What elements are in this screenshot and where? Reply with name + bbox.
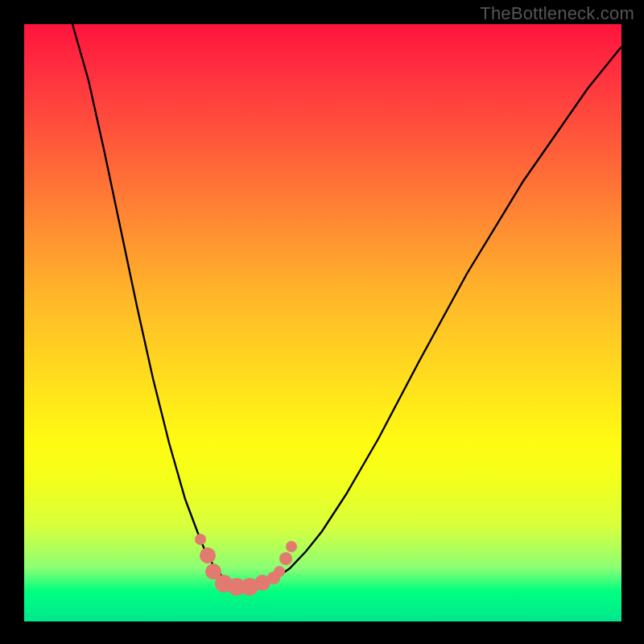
curve-marker xyxy=(241,578,258,596)
curve-marker xyxy=(215,575,233,592)
curve-marker xyxy=(195,534,206,545)
curve-marker xyxy=(279,552,292,565)
curve-marker xyxy=(286,541,297,552)
plot-area xyxy=(24,24,621,621)
curve-marker xyxy=(254,575,270,591)
chart-frame: TheBottleneck.com xyxy=(0,0,644,644)
curve-path xyxy=(72,24,621,586)
curve-marker xyxy=(267,572,280,584)
bottleneck-curve xyxy=(24,24,621,621)
marker-group xyxy=(195,534,297,596)
curve-marker xyxy=(274,566,285,577)
curve-marker xyxy=(228,578,246,596)
curve-marker xyxy=(205,564,221,580)
watermark-text: TheBottleneck.com xyxy=(480,3,634,24)
curve-marker xyxy=(200,547,216,564)
